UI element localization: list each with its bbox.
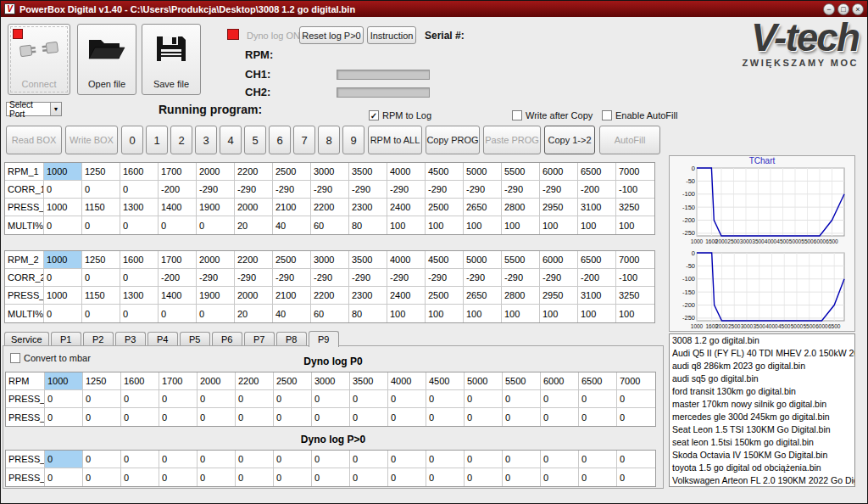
enable-autofill-checkbox[interactable]: Enable AutoFill: [602, 110, 677, 120]
grid-cell[interactable]: 100: [540, 216, 578, 234]
tab-p4[interactable]: P4: [147, 332, 178, 346]
grid-cell[interactable]: 1900: [197, 287, 235, 305]
grid-cell[interactable]: 2200: [235, 163, 273, 181]
grid-cell[interactable]: 0: [503, 408, 541, 426]
tab-p3[interactable]: P3: [115, 332, 146, 346]
grid-cell[interactable]: 0: [465, 390, 503, 408]
select-port-dropdown[interactable]: Select Port ▼: [6, 102, 62, 116]
grid-cell[interactable]: 1000: [44, 199, 82, 216]
grid-cell[interactable]: -290: [197, 181, 235, 199]
grid-cell[interactable]: 2800: [502, 287, 540, 305]
grid-cell[interactable]: 0: [121, 451, 159, 468]
rpm-to-all-button[interactable]: RPM to ALL: [368, 126, 422, 154]
grid-cell[interactable]: 3500: [349, 163, 387, 181]
grid-cell[interactable]: 3250: [616, 287, 654, 305]
grid-cell[interactable]: 2200: [311, 287, 349, 305]
close-button[interactable]: ×: [852, 3, 864, 15]
grid-cell[interactable]: -100: [616, 181, 654, 199]
grid-cell[interactable]: 0: [350, 390, 388, 408]
grid-cell[interactable]: -290: [464, 181, 502, 199]
grid-cell[interactable]: 0: [45, 408, 83, 426]
grid-cell[interactable]: 0: [44, 269, 82, 287]
number-button-5[interactable]: 5: [244, 126, 266, 154]
grid-cell[interactable]: 1400: [159, 199, 197, 216]
grid-cell[interactable]: 1150: [82, 199, 120, 216]
grid-cell[interactable]: 7000: [617, 372, 655, 390]
grid-cell[interactable]: 3250: [616, 199, 654, 216]
grid-cell[interactable]: 2500: [273, 163, 311, 181]
grid-cell[interactable]: 0: [83, 390, 121, 408]
grid-cell[interactable]: 0: [82, 181, 120, 199]
grid-cell[interactable]: 1250: [82, 163, 120, 181]
grid-cell[interactable]: 3100: [578, 287, 616, 305]
grid-cell[interactable]: 2650: [464, 287, 502, 305]
grid-cell[interactable]: 1250: [83, 372, 121, 390]
grid-cell[interactable]: -290: [311, 181, 349, 199]
grid-cell[interactable]: 0: [121, 408, 159, 426]
grid-cell[interactable]: 0: [82, 305, 120, 322]
grid-cell[interactable]: 0: [617, 468, 655, 486]
grid-cell[interactable]: 1600: [120, 251, 159, 269]
grid-cell[interactable]: 0: [120, 181, 159, 199]
grid-cell[interactable]: 2200: [236, 372, 274, 390]
tab-p9[interactable]: P9: [309, 331, 339, 347]
grid-cell[interactable]: 1400: [159, 287, 197, 305]
grid-cell[interactable]: 100: [502, 305, 540, 322]
grid-cell[interactable]: 0: [503, 451, 541, 468]
grid-cell[interactable]: 5500: [503, 372, 541, 390]
grid-cell[interactable]: 0: [44, 216, 82, 234]
grid-cell[interactable]: 1000: [44, 287, 82, 305]
grid-cell[interactable]: -290: [426, 269, 464, 287]
grid-cell[interactable]: 1700: [159, 251, 197, 269]
instruction-button[interactable]: Instruction: [367, 26, 416, 44]
file-item[interactable]: Volkswagen Arteon FL 2.0 190KM 2022 Go D…: [670, 474, 854, 487]
grid-cell[interactable]: 1700: [159, 163, 197, 181]
grid-cell[interactable]: 0: [465, 408, 503, 426]
grid-cell[interactable]: 5000: [464, 251, 502, 269]
grid-cell[interactable]: 0: [45, 390, 83, 408]
grid-cell[interactable]: 80: [349, 305, 387, 322]
grid-cell[interactable]: 0: [159, 390, 198, 408]
grid-cell[interactable]: 1600: [120, 163, 159, 181]
grid-cell[interactable]: 0: [83, 451, 121, 468]
number-button-9[interactable]: 9: [342, 126, 364, 154]
grid-cell[interactable]: 1150: [82, 287, 120, 305]
number-button-4[interactable]: 4: [220, 126, 242, 154]
grid-cell[interactable]: 4000: [387, 163, 426, 181]
grid-cell[interactable]: 0: [388, 390, 426, 408]
grid-cell[interactable]: 0: [159, 305, 197, 322]
grid-cell[interactable]: 1000: [44, 251, 82, 269]
grid-cell[interactable]: 0: [617, 390, 655, 408]
grid-cell[interactable]: 100: [426, 216, 464, 234]
grid-cell[interactable]: -290: [540, 181, 578, 199]
tab-p2[interactable]: P2: [83, 332, 114, 346]
grid-cell[interactable]: 0: [426, 468, 465, 486]
grid-cell[interactable]: 6500: [579, 372, 617, 390]
grid-cell[interactable]: -200: [159, 181, 197, 199]
grid-cell[interactable]: 0: [465, 468, 503, 486]
grid-cell[interactable]: -290: [349, 181, 387, 199]
number-button-6[interactable]: 6: [269, 126, 291, 154]
grid-cell[interactable]: 0: [426, 408, 465, 426]
grid-cell[interactable]: 6500: [578, 251, 616, 269]
file-item[interactable]: master 170km nowy silnik go digital.bin: [670, 398, 854, 411]
grid-cell[interactable]: 4500: [426, 163, 464, 181]
paste-prog-button[interactable]: Paste PROG: [483, 126, 541, 154]
grid-cell[interactable]: 3000: [311, 251, 349, 269]
write-after-copy-checkbox[interactable]: Write after Copy: [512, 110, 593, 120]
file-list[interactable]: 3008 1.2 go digital.binAudi Q5 II (FY FL…: [669, 333, 855, 487]
grid-cell[interactable]: 5000: [465, 372, 503, 390]
grid-cell[interactable]: 0: [121, 390, 159, 408]
grid-cell[interactable]: 0: [426, 390, 465, 408]
grid-cell[interactable]: 4000: [387, 251, 426, 269]
grid-cell[interactable]: 0: [465, 451, 503, 468]
grid-cell[interactable]: 4000: [388, 372, 426, 390]
grid-cell[interactable]: -290: [540, 269, 578, 287]
grid-cell[interactable]: 2200: [311, 199, 349, 216]
grid-cell[interactable]: 20: [235, 305, 273, 322]
grid-cell[interactable]: -290: [502, 181, 540, 199]
maximize-button[interactable]: □: [837, 3, 849, 15]
grid-cell[interactable]: 0: [274, 451, 312, 468]
grid-cell[interactable]: 0: [198, 468, 236, 486]
file-item[interactable]: toyota 1.5 go digital od obciążenia.bin: [670, 462, 854, 474]
